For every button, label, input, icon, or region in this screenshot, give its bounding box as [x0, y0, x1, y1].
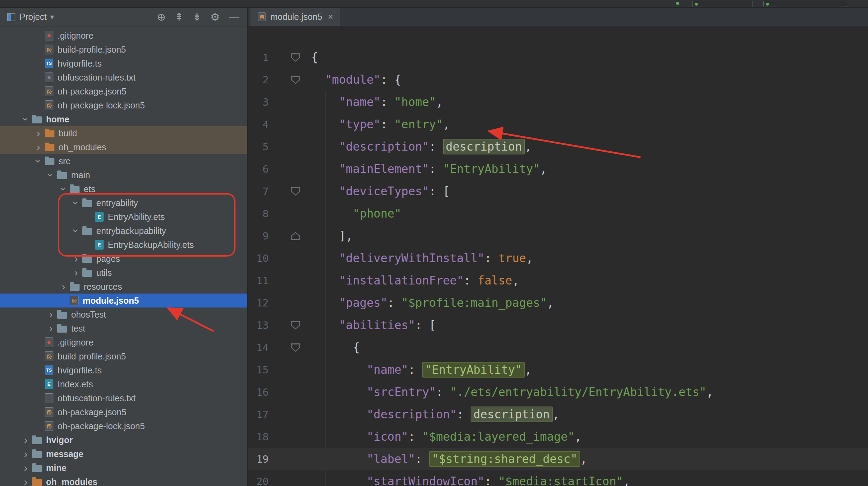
tree-item-oh-modules[interactable]: ›oh_modules	[0, 475, 247, 486]
chevron-closed-icon[interactable]: ›	[45, 309, 57, 320]
tree-item-hvigor[interactable]: ›hvigor	[0, 433, 247, 447]
chevron-closed-icon[interactable]: ›	[20, 476, 32, 486]
code-line-16[interactable]: 16 "srcEntry": "./ets/entryability/Entry…	[248, 381, 868, 403]
code-text[interactable]: "name": "EntryAbility",	[308, 359, 532, 381]
tree-item-main[interactable]: ›main	[0, 168, 247, 182]
code-text[interactable]: {	[308, 336, 360, 359]
tree-item-oh-package-lock-json5[interactable]: oh-package-lock.json5	[0, 98, 247, 112]
code-line-12[interactable]: 12 "pages": "$profile:main_pages",	[248, 292, 868, 314]
run-config-box[interactable]	[763, 1, 847, 7]
chevron-open-icon[interactable]: ›	[70, 197, 82, 209]
code-text[interactable]: "pages": "$profile:main_pages",	[308, 292, 554, 314]
code-editor[interactable]: 1{2 "module": {3 "name": "home",4 "type"…	[248, 26, 868, 486]
code-line-13[interactable]: 13 "abilities": [	[248, 314, 868, 336]
locate-file-icon[interactable]: ⊕	[157, 12, 166, 22]
tree-item-entryability[interactable]: ›entryability	[0, 196, 247, 210]
tree-item--gitignore[interactable]: .gitignore	[0, 335, 247, 349]
chevron-closed-icon[interactable]: ›	[20, 434, 32, 446]
tree-item-oh-package-json5[interactable]: oh-package.json5	[0, 405, 247, 419]
tree-item-pages[interactable]: ›pages	[0, 252, 247, 266]
code-line-10[interactable]: 10 "deliveryWithInstall": true,	[248, 247, 868, 269]
code-text[interactable]: "mainElement": "EntryAbility",	[308, 158, 547, 180]
code-text[interactable]: "startWindowIcon": "$media:startIcon",	[308, 470, 630, 486]
project-view-selector[interactable]: Project	[20, 12, 47, 22]
tree-item-src[interactable]: ›src	[0, 154, 247, 168]
code-text[interactable]: "installationFree": false,	[308, 269, 519, 292]
tree-item-obfuscation-rules-txt[interactable]: obfuscation-rules.txt	[0, 391, 247, 405]
code-line-18[interactable]: 18 "icon": "$media:layered_image",	[248, 426, 868, 448]
tree-item-build-profile-json5[interactable]: build-profile.json5	[0, 349, 247, 363]
chevron-closed-icon[interactable]: ›	[57, 281, 70, 293]
chevron-open-icon[interactable]: ›	[58, 183, 69, 195]
hide-panel-icon[interactable]: —	[229, 12, 239, 22]
chevron-closed-icon[interactable]: ›	[32, 127, 45, 139]
code-line-11[interactable]: 11 "installationFree": false,	[248, 269, 868, 292]
code-line-9[interactable]: 9 ],	[248, 225, 868, 247]
tree-item-build[interactable]: ›build	[0, 126, 247, 140]
code-text[interactable]: "deliveryWithInstall": true,	[308, 247, 533, 269]
code-line-1[interactable]: 1{	[248, 46, 868, 69]
tree-item-utils[interactable]: ›utils	[0, 266, 247, 280]
tree-item-hvigorfile-ts[interactable]: hvigorfile.ts	[0, 56, 247, 70]
code-text[interactable]: "name": "home",	[308, 91, 443, 113]
tree-item-entrybackupability-ets[interactable]: EntryBackupAbility.ets	[0, 238, 247, 252]
fold-open-icon[interactable]	[291, 321, 300, 329]
chevron-open-icon[interactable]: ›	[20, 113, 32, 126]
code-line-8[interactable]: 8 "phone"	[248, 203, 868, 225]
code-line-17[interactable]: 17 "description": description,	[248, 403, 868, 426]
tree-item-oh-package-json5[interactable]: oh-package.json5	[0, 84, 247, 98]
tree-item-ohostest[interactable]: ›ohosTest	[0, 307, 247, 321]
tree-item-build-profile-json5[interactable]: build-profile.json5	[0, 43, 247, 56]
fold-open-icon[interactable]	[291, 343, 300, 352]
settings-icon[interactable]: ⚙	[210, 12, 220, 22]
chevron-open-icon[interactable]: ›	[70, 225, 82, 237]
code-text[interactable]: "icon": "$media:layered_image",	[308, 426, 582, 448]
fold-open-icon[interactable]	[291, 76, 300, 84]
code-line-6[interactable]: 6 "mainElement": "EntryAbility",	[248, 158, 868, 180]
code-line-2[interactable]: 2 "module": {	[248, 69, 868, 91]
close-tab-icon[interactable]: ×	[328, 12, 333, 22]
code-line-5[interactable]: 5 "description": description,	[248, 136, 868, 158]
fold-open-icon[interactable]	[291, 53, 300, 62]
tree-item-module-json5[interactable]: module.json5	[0, 294, 247, 307]
code-text[interactable]: "type": "entry",	[308, 113, 450, 136]
tree-item-mine[interactable]: ›mine	[0, 461, 247, 475]
tree-item-obfuscation-rules-txt[interactable]: obfuscation-rules.txt	[0, 70, 247, 84]
tree-item-hvigorfile-ts[interactable]: hvigorfile.ts	[0, 363, 247, 377]
collapse-all-icon[interactable]: ⇞	[175, 12, 184, 22]
code-line-14[interactable]: 14 {	[248, 336, 868, 359]
code-line-7[interactable]: 7 "deviceTypes": [	[248, 180, 868, 203]
fold-close-icon[interactable]	[291, 232, 300, 240]
code-line-3[interactable]: 3 "name": "home",	[248, 91, 868, 113]
code-text[interactable]: "abilities": [	[308, 314, 436, 336]
tree-item-entryability-ets[interactable]: EntryAbility.ets	[0, 210, 247, 224]
tree-item-test[interactable]: ›test	[0, 321, 247, 335]
code-text[interactable]: "description": description,	[308, 136, 532, 158]
code-line-19[interactable]: 19 "label": "$string:shared_desc",	[248, 448, 868, 470]
code-line-4[interactable]: 4 "type": "entry",	[248, 113, 868, 136]
chevron-down-icon[interactable]: ▾	[50, 13, 54, 22]
code-text[interactable]: "srcEntry": "./ets/entryability/EntryAbi…	[308, 381, 713, 403]
tree-item-oh-package-lock-json5[interactable]: oh-package-lock.json5	[0, 419, 247, 433]
device-selector-box[interactable]	[692, 1, 753, 7]
chevron-open-icon[interactable]: ›	[32, 155, 44, 167]
code-text[interactable]: "description": description,	[308, 403, 559, 426]
tree-item-resources[interactable]: ›resources	[0, 280, 247, 294]
chevron-open-icon[interactable]: ›	[45, 169, 57, 181]
code-text[interactable]: ],	[308, 225, 353, 247]
code-text[interactable]: "module": {	[308, 69, 401, 91]
chevron-closed-icon[interactable]: ›	[45, 322, 57, 334]
code-line-15[interactable]: 15 "name": "EntryAbility",	[248, 359, 868, 381]
tree-item-entrybackupability[interactable]: ›entrybackupability	[0, 224, 247, 238]
tree-item-message[interactable]: ›message	[0, 447, 247, 461]
fold-open-icon[interactable]	[291, 187, 300, 196]
code-text[interactable]: "deviceTypes": [	[308, 180, 450, 203]
tree-item-oh-modules[interactable]: ›oh_modules	[0, 140, 247, 154]
tree-item-ets[interactable]: ›ets	[0, 182, 247, 196]
code-text[interactable]: "phone"	[308, 203, 401, 225]
code-text[interactable]: {	[308, 46, 318, 69]
expand-all-icon[interactable]: ⇟	[193, 12, 201, 22]
tree-item-home[interactable]: ›home	[0, 112, 247, 126]
tab-module-json5[interactable]: module.json5 ×	[250, 8, 340, 26]
code-text[interactable]: "label": "$string:shared_desc",	[308, 448, 587, 470]
